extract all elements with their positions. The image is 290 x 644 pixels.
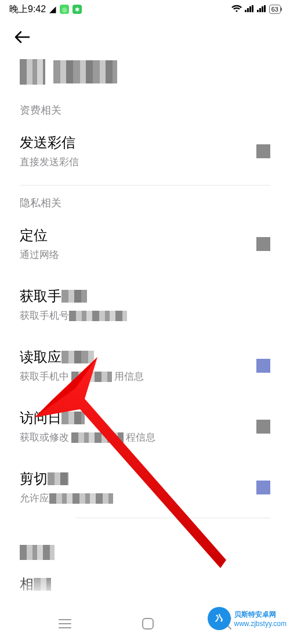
status-right: 63	[231, 5, 281, 14]
row-phone[interactable]: 获取手 获取手机号	[0, 274, 290, 335]
row-clipboard-sub: 允许应	[20, 492, 113, 505]
row-clipboard-title: 剪切	[20, 470, 113, 488]
page-header	[0, 19, 290, 52]
watermark-logo-icon	[208, 607, 231, 630]
row-unknown-title	[20, 545, 55, 560]
row-camera-title: 相	[20, 575, 51, 594]
app-icon	[20, 59, 45, 85]
signal-icon-1	[245, 5, 254, 14]
svg-rect-5	[259, 8, 261, 12]
svg-point-13	[220, 620, 222, 622]
svg-rect-2	[249, 6, 251, 12]
row-clipboard-toggle[interactable]	[256, 481, 270, 494]
svg-point-12	[216, 615, 217, 617]
status-left: 晚上9:42 ◢ ◎ ✱	[9, 3, 82, 16]
svg-point-11	[212, 612, 226, 625]
censored-text	[20, 545, 55, 560]
divider	[75, 518, 270, 518]
row-location-title: 定位	[20, 226, 59, 245]
status-bar: 晚上9:42 ◢ ◎ ✱ 63	[0, 0, 290, 19]
section-fee-label: 资费相关	[0, 96, 290, 121]
divider	[20, 185, 270, 185]
censored-text	[61, 412, 85, 424]
row-apps-title: 读取应	[20, 348, 144, 366]
row-phone-title: 获取手	[20, 287, 127, 305]
app-indicator-icon-1: ◎	[60, 5, 69, 14]
svg-rect-3	[252, 5, 253, 12]
row-location[interactable]: 定位 通过网络	[0, 213, 290, 274]
signal-icon-2	[257, 5, 266, 14]
row-calendar-title: 访问日	[20, 409, 155, 427]
row-mms-title: 发送彩信	[20, 133, 79, 152]
row-camera[interactable]: 相	[0, 573, 290, 594]
svg-rect-0	[245, 10, 246, 12]
battery-indicator: 63	[269, 5, 281, 14]
app-indicator-icon-2: ✱	[72, 5, 82, 14]
censored-text	[71, 372, 112, 382]
section-privacy-label: 隐私相关	[0, 189, 290, 213]
censored-text	[34, 578, 51, 591]
row-unknown[interactable]	[0, 522, 290, 573]
censored-text	[61, 351, 94, 363]
row-location-toggle[interactable]	[256, 237, 270, 251]
status-time: 晚上9:42	[9, 3, 46, 16]
battery-level: 63	[271, 6, 278, 13]
svg-rect-7	[264, 5, 266, 12]
svg-rect-10	[143, 618, 153, 629]
censored-text	[61, 290, 87, 303]
row-mms-toggle[interactable]	[256, 144, 270, 158]
censored-text	[49, 493, 113, 504]
watermark: 贝斯特安卓网 www.zjbstyy.com	[208, 607, 287, 630]
row-location-sub: 通过网络	[20, 248, 59, 261]
row-apps[interactable]: 读取应 获取手机中用信息	[0, 335, 290, 396]
censored-text	[69, 311, 127, 321]
row-calendar[interactable]: 访问日 获取或修改程信息	[0, 396, 290, 457]
nav-home-button[interactable]	[142, 617, 154, 634]
svg-rect-4	[257, 10, 259, 12]
app-name-censored	[53, 60, 117, 83]
nav-recent-button[interactable]	[58, 618, 72, 633]
censored-text	[71, 432, 124, 443]
app-identity	[0, 52, 290, 96]
row-phone-sub: 获取手机号	[20, 309, 127, 322]
censored-text	[48, 472, 68, 485]
mute-icon: ◢	[49, 4, 56, 14]
row-clipboard[interactable]: 剪切 允许应	[0, 457, 290, 518]
wifi-icon	[231, 5, 242, 14]
row-mms[interactable]: 发送彩信 直接发送彩信	[0, 121, 290, 181]
svg-rect-1	[247, 8, 249, 12]
row-mms-sub: 直接发送彩信	[20, 155, 79, 169]
row-apps-toggle[interactable]	[256, 359, 270, 373]
back-button[interactable]	[14, 30, 276, 46]
svg-rect-6	[262, 6, 263, 12]
row-calendar-sub: 获取或修改程信息	[20, 431, 155, 444]
row-apps-sub: 获取手机中用信息	[20, 370, 144, 383]
watermark-text: 贝斯特安卓网 www.zjbstyy.com	[234, 610, 287, 628]
row-calendar-toggle[interactable]	[256, 420, 270, 434]
